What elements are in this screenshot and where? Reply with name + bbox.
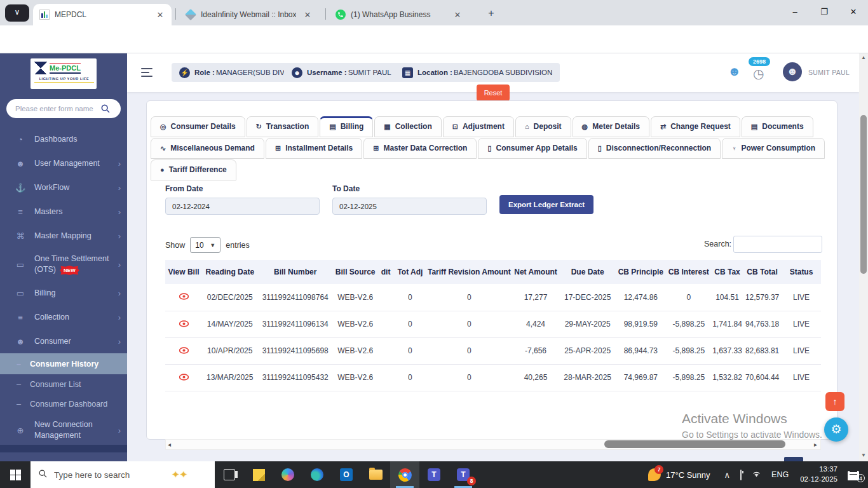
chrome-icon[interactable] bbox=[390, 461, 419, 488]
view-bill-cell[interactable] bbox=[165, 311, 202, 337]
language-indicator[interactable]: ENG bbox=[771, 470, 789, 479]
maximize-button[interactable]: ❐ bbox=[810, 0, 839, 24]
teams-icon[interactable]: T bbox=[419, 461, 449, 488]
tab-meter-details[interactable]: ◍Meter Details bbox=[573, 116, 649, 137]
sidebar-item-one-time-settlement-ots[interactable]: ▭One Time Settlement (OTS)NEW› bbox=[0, 248, 127, 281]
column-header-tariff-revision-amount[interactable]: Tariff Revision Amount bbox=[426, 260, 512, 284]
column-header-bill-source[interactable]: Bill Source bbox=[333, 260, 378, 284]
current-page-button[interactable]: 1 bbox=[784, 457, 803, 461]
tab-consumer-app-details[interactable]: ▯Consumer App Details bbox=[478, 138, 587, 159]
menu-toggle-icon[interactable] bbox=[141, 68, 153, 79]
tab-documents[interactable]: ▤Documents bbox=[742, 116, 813, 137]
eye-icon[interactable] bbox=[179, 373, 189, 383]
eye-icon[interactable] bbox=[179, 292, 189, 302]
tab-deposit[interactable]: ⌂Deposit bbox=[515, 116, 571, 137]
browser-tab-ideainfinity-webmail-inbox[interactable]: IdeaInfinity Webmail :: Inbox✕ bbox=[179, 4, 320, 25]
support-icon[interactable]: ☻ bbox=[728, 64, 741, 79]
tab-adjustment[interactable]: ⊡Adjustment bbox=[443, 116, 514, 137]
tab-search-button[interactable]: ∨ bbox=[5, 4, 29, 22]
column-header-due-date[interactable]: Due Date bbox=[559, 260, 616, 284]
browser-tab-mepdcl[interactable]: MEPDCL✕ bbox=[33, 4, 172, 25]
eye-icon[interactable] bbox=[179, 320, 189, 329]
tab-close-icon[interactable]: ✕ bbox=[155, 10, 165, 20]
sidebar-item-consumer-dashboard[interactable]: –Consumer Dashboard bbox=[0, 394, 127, 414]
tab-consumer-details[interactable]: ◎Consumer Details bbox=[151, 116, 245, 137]
column-header-view-bill[interactable]: View Bill bbox=[165, 260, 202, 284]
task-view-button[interactable] bbox=[215, 461, 244, 488]
sidebar-item-dashboards[interactable]: ◔Dashboards bbox=[0, 127, 127, 151]
sidebar-item-masters[interactable]: ≡Masters› bbox=[0, 200, 127, 224]
tab-close-icon[interactable]: ✕ bbox=[302, 10, 313, 20]
column-header-tot-adj[interactable]: Tot Adj bbox=[394, 260, 426, 284]
sidebar-item-collection[interactable]: ≡Collection› bbox=[0, 305, 127, 329]
scroll-to-top-button[interactable]: ↑ bbox=[825, 392, 844, 411]
sidebar-item-consumer[interactable]: ☻Consumer› bbox=[0, 329, 127, 353]
scroll-right-icon[interactable]: ▸ bbox=[814, 441, 817, 448]
sidebar-item-master-mapping[interactable]: ⌘Master Mapping› bbox=[0, 224, 127, 248]
column-header-reading-date[interactable]: Reading Date bbox=[202, 260, 257, 284]
tab-tariff-difference[interactable]: ●Tariff Difference bbox=[151, 159, 236, 180]
browser-tab-1-whatsapp-business[interactable]: (1) WhatsApp Business✕ bbox=[329, 4, 474, 25]
column-header-cb-tax[interactable]: CB Tax bbox=[712, 260, 743, 284]
weather-widget[interactable]: 7 17°C Sunny bbox=[648, 468, 710, 481]
export-ledger-button[interactable]: Export Ledger Extract bbox=[499, 195, 593, 214]
wifi-icon[interactable] bbox=[752, 470, 761, 480]
minimize-button[interactable]: – bbox=[780, 0, 810, 24]
table-search-input[interactable] bbox=[733, 236, 822, 253]
sidebar-item-workflow[interactable]: ⚓WorkFlow› bbox=[0, 175, 127, 200]
new-tab-button[interactable]: + bbox=[484, 6, 498, 20]
column-header-cb-principle[interactable]: CB Principle bbox=[616, 260, 666, 284]
notification-center-icon[interactable]: 4 bbox=[848, 469, 859, 480]
settings-gear-button[interactable]: ⚙ bbox=[824, 417, 848, 442]
scroll-up-icon[interactable]: ▲ bbox=[861, 55, 866, 60]
search-icon[interactable] bbox=[100, 104, 111, 116]
column-header-cb-total[interactable]: CB Total bbox=[743, 260, 782, 284]
close-button[interactable]: ✕ bbox=[839, 0, 868, 24]
file-explorer-icon[interactable] bbox=[361, 461, 390, 488]
column-header-bill-number[interactable]: Bill Number bbox=[257, 260, 332, 284]
outlook-icon[interactable]: O bbox=[332, 461, 361, 488]
tray-chevron-icon[interactable]: ∧ bbox=[724, 470, 731, 480]
sidebar-item-billing[interactable]: ▭Billing› bbox=[0, 281, 127, 305]
taskbar-clock[interactable]: 13:37 02-12-2025 bbox=[800, 464, 837, 484]
tab-installment-details[interactable]: ⊞Installment Details bbox=[266, 138, 362, 159]
copilot-icon[interactable] bbox=[273, 461, 302, 488]
sidebar-item-consumer-history[interactable]: –Consumer History bbox=[0, 353, 127, 374]
vertical-scrollbar-thumb[interactable] bbox=[860, 115, 867, 274]
clock-icon[interactable]: ◷ bbox=[753, 66, 764, 81]
edge-icon[interactable] bbox=[302, 461, 332, 488]
view-bill-cell[interactable] bbox=[165, 284, 202, 311]
eye-icon[interactable] bbox=[179, 346, 189, 356]
sidebar-item-partial[interactable] bbox=[0, 445, 127, 452]
tab-close-icon[interactable]: ✕ bbox=[452, 10, 463, 20]
to-date-input[interactable] bbox=[332, 198, 487, 215]
battery-icon[interactable] bbox=[740, 470, 742, 480]
tab-power-consumption[interactable]: ♀Power Consumption bbox=[722, 138, 825, 159]
sticky-notes-icon[interactable] bbox=[244, 461, 273, 488]
horizontal-scrollbar-thumb[interactable] bbox=[604, 440, 785, 448]
user-avatar[interactable]: ☻ bbox=[783, 62, 802, 81]
column-header-status[interactable]: Status bbox=[782, 260, 821, 284]
tab-master-data-correction[interactable]: ⊞Master Data Correction bbox=[363, 138, 477, 159]
sidebar-item-new-connection-management[interactable]: ⊕New Connection Management› bbox=[0, 414, 127, 447]
view-bill-cell[interactable] bbox=[165, 364, 202, 391]
scroll-left-icon[interactable]: ◂ bbox=[168, 441, 171, 448]
tab-miscellaneous-demand[interactable]: ∿Miscellaneous Demand bbox=[151, 138, 264, 159]
column-header-net-amount[interactable]: Net Amount bbox=[512, 260, 560, 284]
sidebar-item-consumer-list[interactable]: –Consumer List bbox=[0, 374, 127, 394]
taskbar-search[interactable]: ✦✦ bbox=[31, 461, 215, 488]
tab-disconnection-reconnection[interactable]: ▯Disconnection/Reconnection bbox=[588, 138, 721, 159]
sidebar-item-user-management[interactable]: ☻User Management› bbox=[0, 151, 127, 175]
tab-billing[interactable]: ▤Billing bbox=[320, 116, 373, 137]
scroll-down-icon[interactable]: ▼ bbox=[861, 452, 866, 458]
start-button[interactable] bbox=[0, 461, 31, 488]
tab-transaction[interactable]: ↻Transaction bbox=[247, 116, 319, 137]
tab-change-request[interactable]: ⇄Change Request bbox=[651, 116, 740, 137]
from-date-input[interactable] bbox=[165, 198, 320, 215]
reset-button[interactable]: Reset bbox=[477, 85, 510, 101]
tab-collection[interactable]: ▦Collection bbox=[374, 116, 441, 137]
column-header-cb-interest[interactable]: CB Interest bbox=[666, 260, 712, 284]
teams-2-icon[interactable]: T 8 bbox=[449, 461, 478, 488]
taskbar-search-input[interactable] bbox=[54, 470, 172, 480]
page-size-select[interactable]: 10 ▼ bbox=[190, 237, 220, 253]
